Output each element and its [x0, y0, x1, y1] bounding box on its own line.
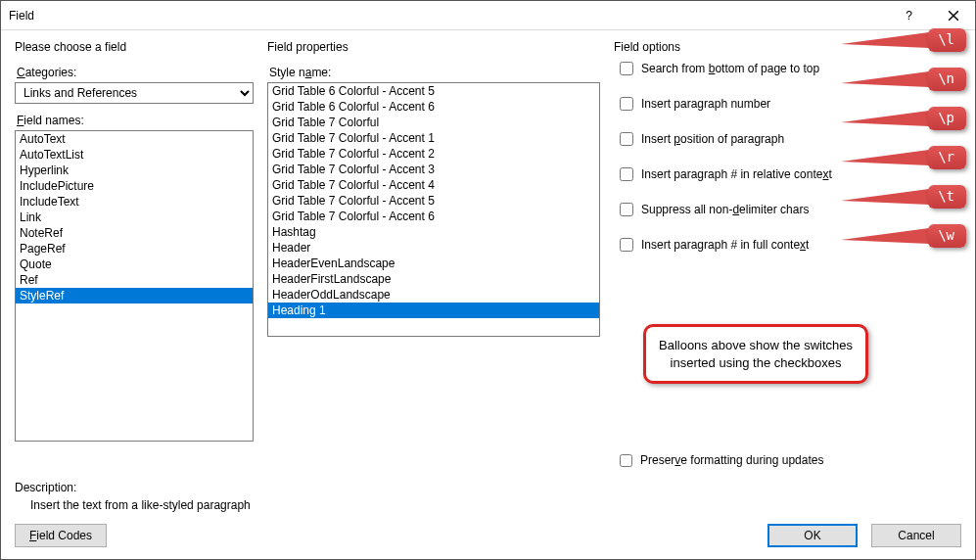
- field-dialog: Field ? Please choose a field Categories…: [0, 0, 976, 560]
- choose-field-label: Please choose a field: [15, 40, 254, 54]
- help-button[interactable]: ?: [887, 1, 931, 30]
- style-item[interactable]: Grid Table 7 Colorful - Accent 1: [268, 130, 599, 146]
- switch-code: \n: [928, 68, 966, 91]
- switch-code: \r: [928, 146, 966, 169]
- option-label: Search from bottom of page to top: [641, 62, 819, 75]
- style-item[interactable]: Grid Table 7 Colorful: [268, 115, 599, 130]
- field-item[interactable]: Link: [16, 210, 253, 225]
- stylename-listbox[interactable]: Grid Table 6 Colorful - Accent 5Grid Tab…: [267, 82, 600, 337]
- field-item[interactable]: AutoText: [16, 131, 253, 147]
- style-item[interactable]: Heading 1: [268, 303, 599, 318]
- close-button[interactable]: [931, 1, 975, 30]
- categories-combo[interactable]: Links and References: [15, 82, 254, 104]
- field-properties-group: Field properties Style name: Grid Table …: [267, 40, 600, 475]
- option-label: Suppress all non-delimiter chars: [641, 203, 809, 216]
- field-item[interactable]: NoteRef: [16, 225, 253, 241]
- style-item[interactable]: Hashtag: [268, 224, 599, 240]
- switch-balloon: \r: [841, 146, 966, 169]
- option-checkbox[interactable]: [620, 238, 633, 252]
- style-item[interactable]: HeaderFirstLandscape: [268, 271, 599, 287]
- option-label: Insert paragraph number: [641, 97, 770, 111]
- switch-code: \t: [928, 185, 966, 209]
- style-item[interactable]: Grid Table 7 Colorful - Accent 3: [268, 162, 599, 177]
- fieldnames-label: Field names:: [17, 114, 254, 127]
- field-item[interactable]: Quote: [16, 257, 253, 272]
- style-item[interactable]: HeaderOddLandscape: [268, 287, 599, 303]
- field-item[interactable]: PageRef: [16, 241, 253, 257]
- switch-balloon: \l: [841, 28, 966, 52]
- option-row: Insert position of paragraph: [620, 132, 961, 146]
- switch-code: \w: [928, 224, 966, 248]
- ok-button[interactable]: OK: [767, 524, 858, 547]
- field-properties-label: Field properties: [267, 40, 600, 54]
- preserve-formatting-checkbox[interactable]: [620, 454, 632, 467]
- close-icon: [948, 10, 959, 22]
- option-checkbox[interactable]: [620, 203, 633, 216]
- option-label: Insert paragraph # in full context: [641, 238, 809, 252]
- field-item[interactable]: Hyperlink: [16, 163, 253, 178]
- switch-code: \p: [928, 107, 966, 130]
- description-block: Description: Insert the text from a like…: [15, 481, 961, 512]
- preserve-formatting-label: Preserve formatting during updates: [640, 453, 823, 467]
- style-item[interactable]: Grid Table 7 Colorful - Accent 2: [268, 146, 599, 162]
- style-item[interactable]: Grid Table 7 Colorful - Accent 5: [268, 193, 599, 209]
- field-item[interactable]: IncludePicture: [16, 178, 253, 194]
- description-label: Description:: [15, 481, 961, 494]
- annotation-callout: Balloons above show the switches inserte…: [643, 324, 868, 384]
- style-item[interactable]: Grid Table 7 Colorful - Accent 4: [268, 177, 599, 193]
- style-item[interactable]: Header: [268, 240, 599, 256]
- option-label: Insert paragraph # in relative context: [641, 167, 832, 181]
- fieldnames-listbox[interactable]: AutoTextAutoTextListHyperlinkIncludePict…: [15, 130, 254, 442]
- switch-balloon: \p: [841, 107, 966, 130]
- button-row: Field Codes OK Cancel: [15, 524, 961, 547]
- description-text: Insert the text from a like-styled parag…: [15, 494, 961, 512]
- field-item[interactable]: AutoTextList: [16, 147, 253, 163]
- titlebar: Field ?: [1, 1, 975, 30]
- switch-balloon: \w: [841, 224, 966, 248]
- choose-field-group: Please choose a field Categories: Links …: [15, 40, 254, 475]
- window-title: Field: [9, 9, 887, 23]
- dialog-body: Please choose a field Categories: Links …: [1, 30, 975, 559]
- option-label: Insert position of paragraph: [641, 132, 784, 146]
- categories-label: Categories:: [17, 66, 254, 79]
- option-checkbox[interactable]: [620, 97, 633, 111]
- option-row: Insert paragraph # in relative context: [620, 167, 961, 181]
- switch-balloon: \t: [841, 185, 966, 209]
- style-item[interactable]: Grid Table 6 Colorful - Accent 6: [268, 99, 599, 115]
- field-codes-button[interactable]: Field Codes: [15, 524, 107, 547]
- style-item[interactable]: Grid Table 6 Colorful - Accent 5: [268, 83, 599, 99]
- preserve-formatting-row: Preserve formatting during updates: [620, 453, 823, 467]
- cancel-button[interactable]: Cancel: [871, 524, 961, 547]
- switch-balloon: \n: [841, 68, 966, 91]
- field-item[interactable]: Ref: [16, 272, 253, 288]
- stylename-label: Style name:: [269, 66, 600, 79]
- field-item[interactable]: IncludeText: [16, 194, 253, 210]
- field-options-group: Field options Search from bottom of page…: [614, 40, 961, 475]
- field-item[interactable]: StyleRef: [16, 288, 253, 303]
- style-item[interactable]: Grid Table 7 Colorful - Accent 6: [268, 209, 599, 224]
- option-checkbox[interactable]: [620, 132, 633, 146]
- switch-code: \l: [928, 28, 966, 52]
- style-item[interactable]: HeaderEvenLandscape: [268, 256, 599, 271]
- option-checkbox[interactable]: [620, 62, 633, 75]
- option-checkbox[interactable]: [620, 167, 633, 181]
